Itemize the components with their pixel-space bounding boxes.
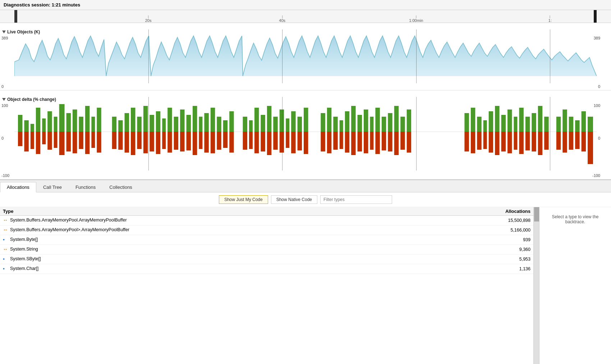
svg-rect-24	[85, 132, 89, 154]
svg-rect-44	[156, 132, 160, 154]
svg-rect-105	[364, 109, 368, 132]
svg-rect-76	[261, 132, 265, 151]
svg-rect-72	[249, 132, 253, 149]
svg-rect-100	[345, 132, 349, 153]
svg-rect-13	[54, 117, 58, 132]
svg-rect-87	[298, 117, 302, 132]
table-row[interactable]: System.Buffers.ArrayMemoryPool>.ArrayMem…	[0, 225, 533, 235]
show-native-code-button[interactable]: Show Native Code	[271, 195, 317, 204]
svg-rect-71	[249, 120, 253, 132]
svg-rect-20	[73, 132, 77, 153]
svg-rect-145	[538, 106, 542, 132]
toolbar: Show Just My Code Show Native Code	[0, 192, 611, 207]
svg-rect-114	[388, 132, 392, 151]
svg-rect-23	[85, 106, 89, 132]
svg-rect-21	[79, 117, 83, 132]
table-row[interactable]: System.String9,360	[0, 245, 533, 255]
svg-rect-97	[340, 120, 343, 132]
show-just-my-code-button[interactable]: Show Just My Code	[219, 195, 268, 204]
svg-rect-6	[31, 132, 34, 149]
svg-rect-33	[125, 113, 129, 132]
svg-rect-5	[31, 124, 34, 132]
svg-rect-34	[125, 132, 129, 153]
svg-rect-42	[150, 132, 154, 151]
timeline-tick-1plus: 1:	[548, 15, 552, 23]
svg-rect-141	[525, 117, 530, 132]
svg-rect-29	[112, 117, 116, 132]
cell-allocations: 9,360	[432, 245, 533, 255]
svg-rect-101	[351, 106, 355, 132]
table-row[interactable]: System.Byte[]939	[0, 235, 533, 245]
svg-rect-81	[280, 109, 284, 132]
table-row[interactable]: System.SByte[]5,953	[0, 255, 533, 264]
svg-rect-16	[59, 132, 65, 155]
svg-rect-158	[582, 132, 586, 151]
table-row[interactable]: System.Char[]1,136	[0, 264, 533, 274]
svg-rect-25	[91, 117, 95, 132]
svg-rect-151	[562, 109, 567, 132]
svg-rect-160	[588, 132, 593, 164]
svg-rect-126	[477, 132, 481, 150]
svg-rect-118	[400, 132, 405, 150]
svg-rect-36	[131, 132, 135, 155]
svg-rect-3	[24, 120, 28, 132]
svg-rect-43	[156, 111, 160, 132]
table-scrollbar[interactable]	[533, 207, 539, 364]
svg-rect-155	[575, 120, 579, 132]
svg-rect-139	[519, 108, 523, 132]
tab-call-tree[interactable]: Call Tree	[36, 182, 69, 192]
svg-rect-90	[304, 132, 308, 154]
filter-types-input[interactable]	[320, 195, 392, 204]
delta-ymin-right: -100	[592, 173, 600, 178]
svg-rect-68	[229, 132, 234, 153]
tab-functions[interactable]: Functions	[69, 182, 102, 192]
cell-allocations: 1,136	[432, 264, 533, 274]
svg-rect-121	[464, 113, 469, 132]
svg-rect-48	[167, 132, 172, 153]
tab-collections[interactable]: Collections	[102, 182, 139, 192]
svg-rect-159	[588, 117, 593, 132]
svg-rect-11	[47, 111, 52, 132]
col-type: Type	[0, 207, 432, 216]
svg-rect-70	[243, 132, 247, 150]
svg-rect-111	[382, 117, 386, 132]
tab-allocations[interactable]: Allocations	[0, 182, 36, 192]
session-title: Diagnostics session: 1:21 minutes	[4, 2, 80, 8]
svg-rect-59	[204, 113, 208, 132]
type-icon	[3, 246, 9, 252]
svg-rect-112	[382, 132, 386, 150]
svg-rect-14	[54, 132, 58, 148]
svg-rect-49	[174, 117, 178, 132]
charts-area: Live Objects (K) 389 0 389 0	[0, 23, 611, 179]
svg-rect-8	[36, 132, 40, 154]
svg-rect-103	[358, 115, 362, 132]
svg-rect-69	[243, 117, 247, 132]
cell-allocations: 939	[432, 235, 533, 245]
svg-rect-2	[18, 132, 22, 146]
svg-rect-7	[36, 108, 40, 132]
svg-rect-82	[280, 132, 284, 153]
scrollbar-thumb[interactable]	[534, 207, 539, 221]
svg-rect-75	[261, 115, 265, 132]
svg-rect-54	[187, 132, 191, 150]
delta-ymid: 0	[1, 136, 4, 140]
type-icon	[3, 237, 9, 242]
svg-rect-15	[59, 104, 65, 132]
svg-rect-73	[254, 108, 259, 132]
svg-rect-122	[464, 132, 469, 151]
svg-rect-123	[471, 108, 475, 132]
svg-rect-12	[47, 132, 52, 150]
table-row[interactable]: System.Buffers.ArrayMemoryPool.ArrayMemo…	[0, 216, 533, 225]
svg-rect-61	[211, 108, 215, 132]
svg-rect-77	[267, 106, 271, 132]
object-delta-canvas	[14, 97, 597, 171]
svg-rect-93	[327, 108, 331, 132]
svg-rect-67	[229, 111, 234, 132]
svg-rect-147	[544, 117, 548, 132]
svg-rect-120	[407, 132, 411, 153]
svg-rect-63	[217, 117, 221, 132]
data-area: Type Allocations System.Buffers.ArrayMem…	[0, 207, 611, 364]
svg-rect-91	[321, 113, 325, 132]
svg-rect-18	[66, 132, 71, 151]
cell-allocations: 5,166,000	[432, 225, 533, 235]
